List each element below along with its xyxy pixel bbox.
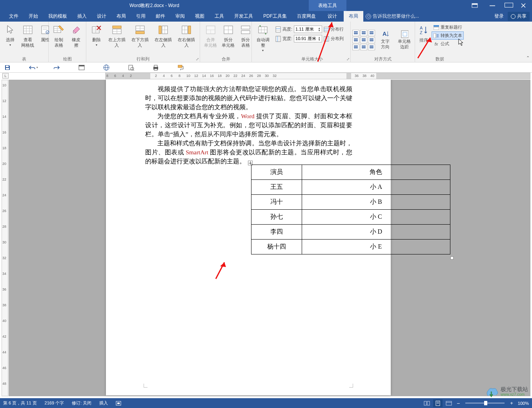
- table-row[interactable]: 演员角色: [251, 165, 450, 180]
- table-cell[interactable]: 孙七: [251, 210, 302, 225]
- close-button[interactable]: [521, 3, 530, 8]
- table-row[interactable]: 冯十小 B: [251, 195, 450, 210]
- cell-margins-label: 单元格 边距: [398, 38, 411, 49]
- table-cell[interactable]: 小 B: [302, 195, 450, 210]
- share-button[interactable]: 共享: [508, 12, 530, 21]
- table-cell[interactable]: 角色: [302, 165, 450, 180]
- status-words[interactable]: 2169 个字: [45, 400, 64, 406]
- redo-icon[interactable]: [53, 64, 60, 71]
- autofit-button[interactable]: 自动调整▾: [253, 23, 272, 54]
- collapse-ribbon-icon[interactable]: ⌃: [526, 55, 530, 60]
- horizontal-ruler[interactable]: 86422468101214161820222426283032363840: [105, 73, 530, 79]
- table-cell[interactable]: 小 A: [302, 180, 450, 195]
- tab-home[interactable]: 开始: [24, 11, 43, 22]
- tab-mytemplate[interactable]: 我的模板: [43, 11, 72, 22]
- table-cell[interactable]: 李四: [251, 225, 302, 240]
- alignment-grid[interactable]: [352, 30, 375, 50]
- table-row[interactable]: 杨十四小 E: [251, 240, 450, 254]
- zoom-slider[interactable]: [465, 403, 505, 404]
- repeat-header-button[interactable]: 重复标题行: [432, 23, 464, 31]
- table-cell[interactable]: 小 E: [302, 240, 450, 254]
- table-cell[interactable]: 小 C: [302, 210, 450, 225]
- zoom-out-button[interactable]: −: [454, 400, 462, 406]
- view-gridlines-button[interactable]: 查看 网格线: [19, 23, 36, 49]
- zoom-in-button[interactable]: +: [508, 400, 516, 406]
- print-icon[interactable]: [152, 64, 159, 71]
- delete-label: 删除: [92, 37, 101, 42]
- undo-icon[interactable]: ▾: [29, 64, 36, 71]
- draw-table-button[interactable]: 绘制表格: [50, 23, 67, 49]
- view-print-icon[interactable]: [433, 399, 443, 407]
- tab-developer[interactable]: 开发工具: [229, 11, 258, 22]
- paragraph-1: 视频提供了功能强大的方法帮助您证明您的观点。当您单击联机视频时，可以在想要添加的…: [145, 84, 352, 112]
- login-link[interactable]: 登录: [494, 13, 504, 20]
- ribbon: 选择▾ 查看 网格线 属性 表 绘制表格 橡皮擦 绘图: [0, 22, 532, 62]
- document-area[interactable]: 视频提供了功能强大的方法帮助您证明您的观点。当您单击联机视频时，可以在想要添加的…: [9, 80, 530, 396]
- insert-left-button[interactable]: 在左侧插入: [152, 23, 175, 49]
- zoom-level[interactable]: 100%: [518, 401, 529, 406]
- new-window-icon[interactable]: [78, 64, 85, 71]
- minimize-button[interactable]: —: [488, 2, 497, 9]
- table-resize-handle[interactable]: [450, 256, 454, 260]
- status-mode[interactable]: 插入: [99, 400, 108, 406]
- split-cells-label: 拆分 单元格: [222, 37, 235, 48]
- convert-to-text-icon: [433, 33, 439, 38]
- tab-review[interactable]: 审阅: [170, 11, 190, 22]
- table-cell[interactable]: 小 D: [302, 225, 450, 240]
- tab-insert[interactable]: 插入: [72, 11, 92, 22]
- tab-layout[interactable]: 布局: [111, 11, 131, 22]
- svg-rect-1: [472, 4, 477, 5]
- cell-margins-button[interactable]: 单元格 边距: [395, 29, 413, 50]
- table-row[interactable]: 王五小 A: [251, 180, 450, 195]
- dialog-launcher-icon[interactable]: ⤢: [346, 57, 350, 61]
- view-read-icon[interactable]: [422, 399, 432, 407]
- tab-references[interactable]: 引用: [131, 11, 151, 22]
- tab-mailings[interactable]: 邮件: [151, 11, 170, 22]
- group-cellsize-label: 单元格大小⤢: [274, 55, 350, 62]
- status-track[interactable]: 修订: 关闭: [72, 400, 91, 406]
- table-cell[interactable]: 演员: [251, 165, 302, 180]
- table-cell[interactable]: 王五: [251, 180, 302, 195]
- tab-file[interactable]: 文件: [4, 11, 24, 22]
- tab-pdf-tools[interactable]: PDF工具集: [258, 11, 292, 22]
- tab-table-layout[interactable]: 布局: [344, 11, 363, 22]
- sort-button[interactable]: AZ 排序: [416, 23, 432, 44]
- tab-tools[interactable]: 工具: [210, 11, 229, 22]
- format-painter-icon[interactable]: [177, 64, 184, 71]
- distribute-cols[interactable]: 分布列: [331, 36, 344, 42]
- dialog-launcher-icon[interactable]: ⤢: [196, 57, 199, 61]
- insert-right-button[interactable]: 在右侧插入: [175, 23, 198, 49]
- ribbon-display-icon[interactable]: [472, 3, 480, 8]
- insert-below-label: 在下方插入: [131, 37, 149, 48]
- height-input[interactable]: 1.11 厘米▲▼: [294, 26, 322, 33]
- tab-table-design[interactable]: 设计: [321, 11, 344, 22]
- insert-below-button[interactable]: 在下方插入: [128, 23, 151, 49]
- split-cells-button[interactable]: 拆分 单元格: [219, 23, 237, 49]
- table-cell[interactable]: 冯十: [251, 195, 302, 210]
- distribute-rows[interactable]: 分布行: [331, 26, 344, 32]
- width-input[interactable]: 10.91 厘米▲▼: [294, 35, 322, 42]
- table-row[interactable]: 孙七小 C: [251, 210, 450, 225]
- table-cell[interactable]: 杨十四: [251, 240, 302, 254]
- tab-baidu-netdisk[interactable]: 百度网盘: [292, 11, 321, 22]
- svg-rect-57: [276, 36, 281, 42]
- print-preview-icon[interactable]: [128, 64, 135, 71]
- merge-cells-label: 合并 单元格: [204, 37, 217, 48]
- status-page[interactable]: 第 6 页，共 11 页: [3, 400, 37, 406]
- status-macro-icon[interactable]: [116, 401, 121, 406]
- table-row[interactable]: 李四小 D: [251, 225, 450, 240]
- insert-above-button[interactable]: 在上方插入: [105, 23, 128, 49]
- delete-button[interactable]: 删除▾: [88, 23, 105, 49]
- tab-view[interactable]: 视图: [190, 11, 210, 22]
- document-table[interactable]: 演员角色王五小 A冯十小 B孙七小 C李四小 D杨十四小 E: [251, 165, 450, 254]
- select-button[interactable]: 选择▾: [2, 23, 19, 49]
- web-icon[interactable]: [103, 64, 110, 71]
- tab-design[interactable]: 设计: [92, 11, 111, 22]
- eraser-button[interactable]: 橡皮擦: [67, 23, 85, 49]
- tell-me-box[interactable]: 告诉我您想要做什么...: [366, 13, 419, 20]
- restore-button[interactable]: [505, 2, 513, 9]
- save-icon[interactable]: [4, 64, 11, 71]
- text-direction-button[interactable]: A 文字方向: [377, 29, 393, 50]
- vertical-ruler[interactable]: 1012141618202224262830323436384042444648: [2, 80, 8, 396]
- view-web-icon[interactable]: [444, 399, 454, 407]
